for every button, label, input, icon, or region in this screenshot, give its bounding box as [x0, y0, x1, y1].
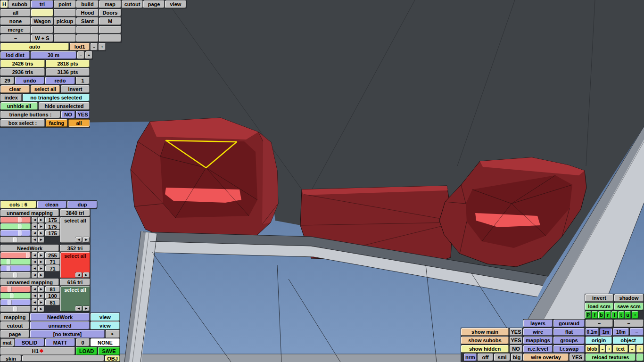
- spin-right[interactable]: ►: [83, 272, 90, 278]
- view-perspective-button[interactable]: P: [585, 311, 591, 319]
- triangle-buttons-no[interactable]: NO: [61, 111, 75, 118]
- spin-left[interactable]: ◄: [75, 272, 82, 278]
- nrm-big-button[interactable]: big: [511, 354, 522, 361]
- slider-alpha-1[interactable]: [0, 237, 31, 243]
- mat-solid-button[interactable]: SOLID: [15, 338, 44, 346]
- btn-m[interactable]: M: [99, 17, 121, 25]
- layers-button[interactable]: layers: [523, 320, 553, 327]
- slider-red-2[interactable]: [0, 252, 31, 258]
- slider-green-2[interactable]: [0, 259, 31, 265]
- mapping-row-label[interactable]: mapping: [0, 313, 29, 321]
- view-dot-button[interactable]: ●: [632, 311, 638, 319]
- slider-red-3[interactable]: [0, 286, 31, 292]
- value-blue-3[interactable]: 81: [45, 299, 60, 305]
- nrm-button[interactable]: nrm: [464, 354, 477, 361]
- value-blue-2[interactable]: 71: [45, 265, 60, 272]
- view-left-button[interactable]: l: [611, 311, 618, 319]
- slider-blue-1[interactable]: [0, 230, 31, 236]
- tab-page[interactable]: page: [143, 0, 165, 8]
- cutout-row-value[interactable]: unnamed: [30, 321, 90, 329]
- triangle-buttons-yes[interactable]: YES: [76, 111, 90, 118]
- spin-right[interactable]: ►: [38, 306, 44, 312]
- text-plus-button[interactable]: +: [636, 345, 644, 353]
- shadow-button[interactable]: shadow: [614, 294, 644, 302]
- tab-view[interactable]: view: [165, 0, 186, 8]
- save-scm-button[interactable]: save scm: [614, 303, 644, 310]
- lrswap-button[interactable]: l.r.swap: [553, 345, 585, 353]
- grid-10m-button[interactable]: 10m: [613, 328, 629, 336]
- tab-tri[interactable]: tri: [31, 0, 53, 8]
- spin-right[interactable]: ►: [38, 299, 44, 305]
- page-next-button[interactable]: ►: [106, 330, 120, 338]
- box-select-all[interactable]: all: [68, 119, 90, 127]
- box-select-facing[interactable]: facing: [46, 119, 67, 127]
- spin-right[interactable]: ►: [38, 265, 44, 272]
- spin-left[interactable]: ◄: [32, 217, 38, 223]
- h1-slot-button[interactable]: H1✱: [0, 347, 75, 355]
- view-front-button[interactable]: f: [592, 311, 598, 319]
- skin-slot-blank[interactable]: [22, 355, 104, 362]
- nclevel-button[interactable]: n.c.level: [523, 345, 553, 353]
- btn-blank[interactable]: [54, 9, 76, 16]
- btn-blank[interactable]: [31, 26, 53, 33]
- save-button[interactable]: SAVE: [98, 347, 120, 355]
- spin-left[interactable]: ◄: [32, 293, 38, 299]
- index-button[interactable]: index: [0, 94, 22, 101]
- cols-count[interactable]: cols : 6: [0, 201, 36, 208]
- tab-subob[interactable]: subob: [8, 0, 31, 8]
- btn-merge[interactable]: merge: [0, 26, 31, 33]
- wire-button[interactable]: wire: [523, 328, 553, 336]
- btn-all[interactable]: all: [0, 9, 31, 16]
- text-button[interactable]: text: [613, 345, 628, 353]
- value-green-2[interactable]: 71: [45, 259, 60, 265]
- tab-map[interactable]: map: [99, 0, 121, 8]
- cutout-row-label[interactable]: cutout: [0, 321, 29, 329]
- btn-blank[interactable]: [99, 34, 121, 42]
- btn-blank[interactable]: [54, 34, 76, 42]
- wire-overlay-label[interactable]: wire overlay: [523, 354, 569, 361]
- unhide-all-button[interactable]: unhide all: [0, 102, 38, 110]
- slider-blue-3[interactable]: [0, 299, 31, 305]
- spin-right[interactable]: ►: [38, 272, 44, 278]
- btn-blank[interactable]: [99, 26, 121, 33]
- lod-dist-label[interactable]: lod dist: [0, 51, 30, 59]
- blob-button[interactable]: blob: [586, 345, 599, 353]
- lod-plus-button[interactable]: +: [99, 43, 106, 50]
- btn-slant[interactable]: Slant: [76, 17, 99, 25]
- slider-alpha-2[interactable]: [0, 272, 31, 278]
- show-subobs-label[interactable]: show subobs: [461, 337, 509, 344]
- spin-left[interactable]: ◄: [32, 265, 38, 272]
- spin-left[interactable]: ◄: [32, 223, 38, 230]
- blob-plus-button[interactable]: +: [606, 345, 612, 353]
- btn-blank[interactable]: [54, 26, 76, 33]
- lod-dist-minus-button[interactable]: –: [77, 51, 84, 59]
- spin-right[interactable]: ►: [38, 230, 44, 236]
- auto-button[interactable]: auto: [0, 43, 69, 50]
- clear-button[interactable]: clear: [0, 85, 30, 93]
- mat-zero-value[interactable]: 0: [76, 338, 90, 346]
- spin-left[interactable]: ◄: [32, 272, 38, 278]
- dash-button[interactable]: –: [614, 320, 644, 327]
- hide-unselected-button[interactable]: hide unselected: [39, 102, 90, 110]
- btn-dash[interactable]: –: [0, 34, 31, 42]
- slider-red-1[interactable]: [0, 217, 31, 223]
- object-button[interactable]: object: [613, 337, 644, 344]
- mapping-name-2[interactable]: NeedWork: [0, 245, 59, 252]
- btn-ws[interactable]: W + S: [31, 34, 53, 42]
- spin-left[interactable]: ◄: [32, 230, 38, 236]
- clean-button[interactable]: clean: [37, 201, 66, 208]
- spin-right[interactable]: ►: [38, 223, 44, 230]
- btn-wagon[interactable]: Wagon: [31, 17, 53, 25]
- spin-left[interactable]: ◄: [75, 306, 82, 311]
- viewport-3d[interactable]: [0, 0, 644, 362]
- load-button[interactable]: LOAD: [76, 347, 97, 355]
- spin-right[interactable]: ►: [83, 237, 90, 242]
- mapping-name-1[interactable]: unnamed mapping: [0, 209, 59, 216]
- grid-1m-button[interactable]: 1m: [600, 328, 612, 336]
- btn-blank[interactable]: [76, 26, 99, 33]
- groups-button[interactable]: groups: [553, 337, 585, 344]
- btn-pickup[interactable]: pickup: [54, 17, 76, 25]
- load-scm-button[interactable]: load scm: [585, 303, 613, 310]
- invert-button[interactable]: invert: [61, 85, 90, 93]
- grid-0-1m-button[interactable]: 0.1m: [586, 328, 599, 336]
